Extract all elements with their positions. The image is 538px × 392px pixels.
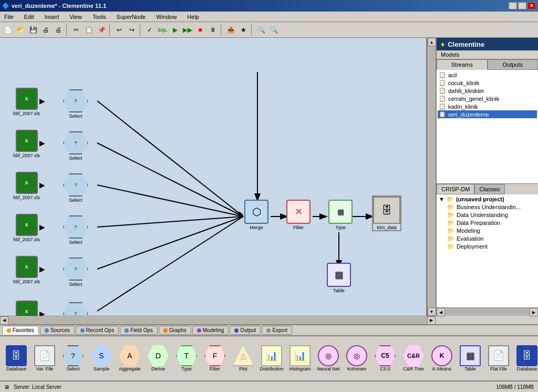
scroll-left-panel[interactable]: ◀ <box>437 308 445 316</box>
tree-business[interactable]: 📁 Business Understandin... <box>446 203 537 211</box>
canvas-scroll-right[interactable]: ▲ ▼ <box>427 38 436 316</box>
run-all-button[interactable]: ▶▶ <box>182 24 193 36</box>
tab-streams[interactable]: Streams <box>437 59 488 70</box>
stream-veri[interactable]: 📋 veri_duzenleme <box>438 110 537 118</box>
print-button[interactable]: 🖨 <box>40 24 51 36</box>
scroll-left-canvas[interactable]: ◀ <box>0 316 8 325</box>
menu-view[interactable]: View <box>67 13 84 21</box>
tree-evaluation[interactable]: 📁 Evaluation <box>446 235 537 243</box>
palette-aggregate[interactable]: A Aggregate <box>117 345 143 372</box>
bookmark-button[interactable]: ★ <box>237 24 249 36</box>
menu-tools[interactable]: Tools <box>90 13 108 21</box>
maximize-button[interactable]: □ <box>518 2 526 9</box>
cut-button[interactable]: ✂ <box>70 24 82 36</box>
source-node-3[interactable]: X hbf_2007.xls <box>13 172 40 200</box>
stop-button[interactable]: ■ <box>194 24 206 36</box>
palette-tab-sources[interactable]: Sources <box>40 326 75 335</box>
tree-deployment[interactable]: 📁 Deployment <box>446 243 537 251</box>
palette-tab-graphs[interactable]: Graphs <box>159 326 191 335</box>
select-node-4[interactable]: ? Select <box>63 215 88 245</box>
menu-help[interactable]: Help <box>185 13 201 21</box>
scroll-right-panel[interactable]: ▶ <box>530 308 538 316</box>
menu-insert[interactable]: Insert <box>43 13 61 21</box>
title-bar-controls[interactable]: _ □ ✕ <box>509 2 536 9</box>
stream-acil[interactable]: 📋 acil <box>438 71 537 79</box>
palette-filter[interactable]: F Filter <box>202 345 228 372</box>
print2-button[interactable]: 🖨 <box>53 24 64 36</box>
export-button[interactable]: 📤 <box>225 24 236 36</box>
tree-data-prep[interactable]: 📁 Data Preparation <box>446 219 537 227</box>
tree-modeling[interactable]: 📁 Modeling <box>446 227 537 235</box>
copy-button[interactable]: 📋 <box>83 24 95 36</box>
models-label[interactable]: Models <box>441 51 459 58</box>
palette-select[interactable]: ? Select <box>60 345 86 372</box>
palette-tab-record-ops[interactable]: Record Ops <box>76 326 119 335</box>
tum-data-node[interactable]: 🗄 tüm_data <box>372 195 401 231</box>
palette-database[interactable]: 🗄 Database <box>3 345 29 372</box>
select-node-1[interactable]: ? Select <box>63 89 88 119</box>
palette-database-2[interactable]: 🗄 Database <box>514 345 538 372</box>
menu-edit[interactable]: Edit <box>22 13 36 21</box>
palette-k-means[interactable]: K K-Means <box>429 345 455 372</box>
undo-button[interactable]: ↩ <box>113 24 125 36</box>
palette-flat-file[interactable]: 📄 Flat File <box>485 345 512 372</box>
palette-c50[interactable]: C5 C5.0 <box>372 345 398 372</box>
scroll-down-button[interactable]: ▼ <box>428 307 436 316</box>
search-button[interactable]: 🔍 <box>255 24 267 36</box>
palette-cr-tree[interactable]: C&R C&R Tree <box>400 345 427 372</box>
merge-node[interactable]: ⬡ Merge <box>244 200 268 230</box>
type-node[interactable]: ▦ Type <box>328 200 353 230</box>
paste-button[interactable]: 📌 <box>96 24 107 36</box>
scroll-right-canvas[interactable]: ▶ <box>427 316 436 325</box>
close-button[interactable]: ✕ <box>527 2 536 9</box>
stream-cerrahi[interactable]: 📋 cerrahi_genel_klinik <box>438 95 537 102</box>
palette-var-file[interactable]: 📄 Var. File <box>32 345 58 372</box>
minimize-button[interactable]: _ <box>509 2 517 9</box>
tab-outputs[interactable]: Outputs <box>488 59 539 70</box>
check-button[interactable]: ✓ <box>144 24 156 36</box>
pause-button[interactable]: ⏸ <box>207 24 219 36</box>
select-node-5[interactable]: ? Select <box>63 257 88 287</box>
tab-crisp-dm[interactable]: CRISP-DM <box>437 184 474 194</box>
palette-tab-export[interactable]: Export <box>262 326 292 335</box>
run-button[interactable]: ▶ <box>169 24 181 36</box>
scroll-up-button[interactable]: ▲ <box>428 38 436 46</box>
zoom-button[interactable]: 🔍 <box>268 24 280 36</box>
palette-distribution[interactable]: 📊 Distribution <box>258 345 285 372</box>
palette-tab-modeling[interactable]: Modeling <box>192 326 229 335</box>
palette-histogram[interactable]: 📊 Histogram <box>287 345 313 372</box>
palette-neural-net[interactable]: ◎ Neural Net <box>315 345 342 372</box>
tree-project[interactable]: ▼ 📁 (unsaved project) <box>438 195 537 203</box>
stream-kadin[interactable]: 📋 kadin_klinik <box>438 102 537 110</box>
scroll-track-v[interactable] <box>428 46 436 307</box>
menu-file[interactable]: File <box>2 13 16 21</box>
stream-dahili[interactable]: 📋 dahili_klinikler <box>438 87 537 95</box>
new-button[interactable]: 📄 <box>2 24 14 36</box>
source-node-4[interactable]: X hbf_2007.xls <box>13 214 40 242</box>
select-node-6[interactable]: ? Select <box>63 302 88 316</box>
palette-tab-field-ops[interactable]: Field Ops <box>120 326 158 335</box>
palette-plot[interactable]: △ Plot <box>230 345 256 372</box>
tab-classes[interactable]: Classes <box>474 184 504 194</box>
save-button[interactable]: 💾 <box>27 24 39 36</box>
redo-button[interactable]: ↪ <box>126 24 138 36</box>
filter-node[interactable]: ✕ Filter <box>286 200 311 230</box>
select-node-2[interactable]: ? Select <box>63 131 88 161</box>
canvas-area[interactable]: X hbf_2007.xls ▶ ? Select X <box>0 38 427 316</box>
palette-table[interactable]: ▦ Table <box>457 345 483 372</box>
palette-derive[interactable]: D Derive <box>145 345 171 372</box>
source-node-1[interactable]: X hbf_2007.xls <box>13 88 40 116</box>
table-node[interactable]: ▦ Table <box>327 263 351 293</box>
source-node-6[interactable]: X hbf_2007.xls <box>13 301 40 316</box>
stream-cocuk[interactable]: 📋 cocuk_klinik <box>438 79 537 87</box>
source-node-2[interactable]: X hbf_2007.xls <box>13 130 40 158</box>
palette-tab-output[interactable]: Output <box>230 326 261 335</box>
select-node-3[interactable]: ? Select <box>63 173 88 203</box>
open-button[interactable]: 📂 <box>15 24 26 36</box>
source-node-5[interactable]: X hbf_2007.xls <box>13 256 40 284</box>
palette-kohonen[interactable]: ◎ Kohonen <box>344 345 370 372</box>
menu-window[interactable]: Window <box>154 13 179 21</box>
palette-sample[interactable]: S Sample <box>88 345 115 372</box>
menu-supernode[interactable]: SuperNode <box>115 13 148 21</box>
tree-data-understanding[interactable]: 📁 Data Understanding <box>446 211 537 219</box>
